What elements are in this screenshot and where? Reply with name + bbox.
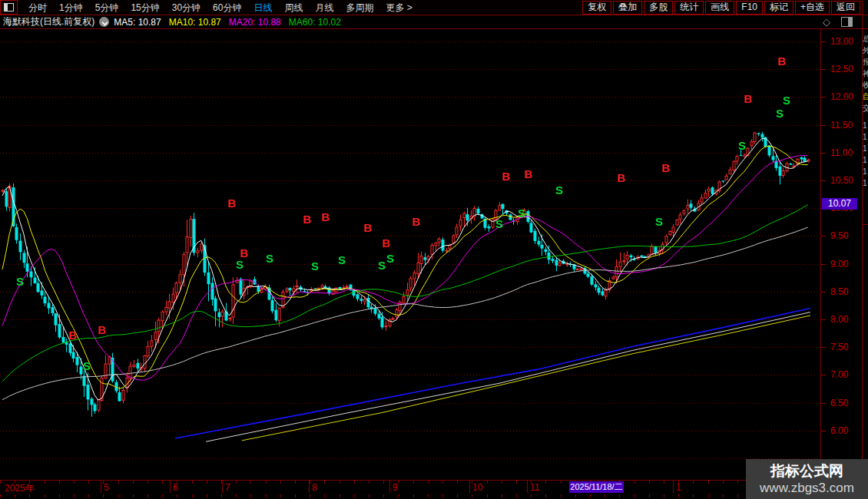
y-tick: [821, 97, 826, 97]
y-axis-label-1: 12.50: [830, 64, 853, 74]
toolbar-button-0[interactable]: 复权: [582, 1, 611, 15]
info-bar: 海默科技(日线.前复权) MA5: 10.87MA10: 10.87MA20: …: [0, 15, 862, 29]
x-axis-label-6: 11: [530, 482, 539, 493]
period-toolbar: 分时1分钟5分钟15分钟30分钟60分钟日线周线月线多周期更多 > 复权叠加多股…: [0, 0, 868, 15]
nav-period-4[interactable]: 30分钟: [166, 1, 207, 15]
y-axis-label-7: 9.50: [830, 230, 848, 241]
nav-period-5[interactable]: 60分钟: [207, 1, 247, 15]
toolbar-button-2[interactable]: 多股: [644, 1, 673, 15]
y-tick: [821, 264, 826, 265]
toolbar-button-5[interactable]: F10: [736, 1, 763, 15]
x-tick-month: [527, 481, 528, 493]
stock-title: 海默科技(日线.前复权): [3, 15, 94, 28]
price-axis: 10.07 13.0012.5012.0011.5011.0010.5010.0…: [820, 29, 863, 480]
year-label: 2025年: [5, 482, 35, 495]
nav-period-1[interactable]: 1分钟: [53, 1, 89, 15]
x-axis-label-2: 7: [225, 482, 230, 493]
ma-legend: MA5: 10.87MA10: 10.87MA20: 10.88MA60: 10…: [114, 17, 349, 28]
toolbar-button-8[interactable]: 返回: [831, 1, 860, 15]
y-axis-label-2: 12.00: [830, 91, 853, 102]
y-axis-label-9: 8.50: [830, 286, 848, 297]
divider: [863, 28, 868, 29]
x-tick-month: [469, 481, 470, 493]
sidebar-char: 交: [863, 103, 868, 113]
nav-period-7[interactable]: 周线: [278, 1, 309, 15]
watermark: 指标公式网 www.zbgs3.com: [746, 459, 868, 499]
sidebar-char: 1: [863, 178, 868, 188]
y-axis-label-12: 7.00: [830, 369, 848, 380]
divider: [863, 224, 868, 225]
current-price-badge: 10.07: [822, 198, 857, 210]
y-tick: [821, 403, 826, 404]
y-tick: [821, 236, 826, 236]
sidebar-char: 总: [863, 34, 868, 44]
watermark-url: www.zbgs3.com: [760, 480, 854, 496]
y-tick: [821, 69, 826, 70]
date-axis: 2025年 2025/11/18/二 5678910111: [0, 480, 862, 495]
y-axis-label-14: 6.00: [830, 425, 848, 436]
sidebar-char: 1: [863, 167, 868, 177]
watermark-title: 指标公式网: [770, 462, 843, 480]
minor-ticks: [0, 481, 862, 484]
sidebar-char: 1: [863, 155, 868, 165]
y-tick: [821, 319, 826, 320]
next-pane-clipped: [0, 494, 862, 499]
y-tick: [821, 431, 826, 431]
x-tick-month: [309, 481, 310, 493]
ma-legend-item-2: MA20: 10.88: [229, 17, 281, 28]
nav-period-10[interactable]: 更多 >: [379, 1, 418, 15]
y-tick: [821, 292, 826, 292]
y-tick: [821, 180, 826, 181]
nav-period-6[interactable]: 日线: [247, 1, 278, 15]
nav-period-9[interactable]: 多周期: [340, 1, 379, 15]
sidebar-char: 神: [863, 68, 868, 78]
ma-legend-item-1: MA10: 10.87: [169, 17, 221, 28]
toolbar-buttons: 复权叠加多股统计画线F10标记+自选返回: [581, 1, 868, 15]
y-axis-label-0: 13.00: [830, 36, 853, 47]
x-tick-month: [101, 481, 101, 493]
sidebar-char: 外: [863, 45, 868, 55]
y-tick: [821, 375, 826, 375]
x-tick-month: [222, 481, 223, 493]
y-axis-label-8: 9.00: [830, 259, 848, 269]
y-axis-label-4: 11.00: [830, 147, 853, 158]
x-axis-label-1: 6: [173, 482, 178, 493]
chevron-down-icon[interactable]: [99, 17, 109, 27]
sidebar-char: 自: [863, 91, 868, 101]
toolbar-button-3[interactable]: 统计: [674, 1, 704, 15]
window-layout-button[interactable]: [0, 0, 18, 15]
sidebar-char: 1: [863, 144, 868, 154]
x-axis-label-7: 1: [676, 482, 681, 493]
sidebar-char: 报: [863, 57, 868, 67]
cursor-date-badge: 2025/11/18/二: [569, 481, 624, 493]
y-axis-label-10: 8.00: [830, 314, 848, 325]
nav-period-0[interactable]: 分时: [22, 1, 53, 15]
ma-legend-item-3: MA60: 10.02: [289, 17, 341, 28]
x-axis-label-0: 5: [104, 482, 109, 493]
x-axis-label-4: 9: [393, 482, 398, 493]
panel-toggle-icon[interactable]: [841, 17, 853, 27]
toolbar-button-4[interactable]: 画线: [705, 1, 734, 15]
y-tick: [821, 347, 826, 348]
y-axis-label-13: 6.50: [830, 398, 848, 408]
sidebar-char: 1: [863, 132, 868, 142]
y-axis-label-3: 11.50: [830, 120, 853, 131]
x-tick-month: [389, 481, 390, 493]
nav-period-8[interactable]: 月线: [309, 1, 340, 15]
toolbar-button-6[interactable]: 标记: [764, 1, 793, 15]
minor-ticks: [0, 494, 862, 497]
nav-period-3[interactable]: 15分钟: [124, 1, 165, 15]
x-tick-month: [673, 481, 674, 493]
x-axis-label-5: 10: [472, 482, 482, 493]
split-panel-icon: [4, 3, 14, 12]
nav-period-2[interactable]: 5分钟: [89, 1, 125, 15]
toolbar-button-7[interactable]: +自选: [795, 1, 830, 15]
diamond-icon[interactable]: ◇: [823, 16, 830, 28]
y-axis-label-5: 10.50: [830, 175, 853, 186]
period-nav: 分时1分钟5分钟15分钟30分钟60分钟日线周线月线多周期更多 >: [22, 1, 419, 15]
sidebar-char: 收: [863, 80, 868, 90]
toolbar-button-1[interactable]: 叠加: [613, 1, 642, 15]
ma-legend-item-0: MA5: 10.87: [114, 17, 161, 28]
price-chart-canvas[interactable]: [0, 29, 820, 480]
right-sidebar-clipped[interactable]: 总外报神收自交111111: [862, 0, 868, 499]
